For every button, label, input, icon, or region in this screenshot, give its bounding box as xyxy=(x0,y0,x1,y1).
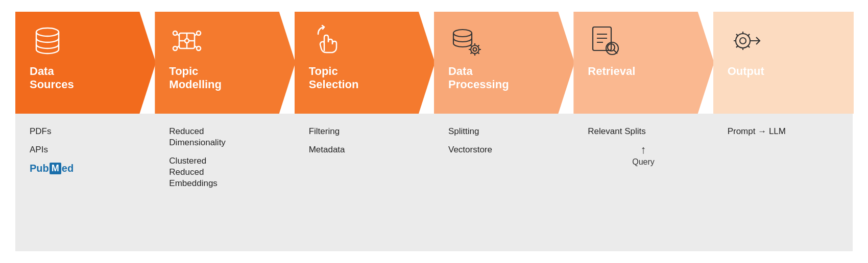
stage-body-retrieval: Relevant Splits ↑ Query xyxy=(573,114,713,251)
gear-arrow-icon xyxy=(728,23,763,59)
stage-body-data-processing: Splitting Vectorstore xyxy=(434,114,573,251)
svg-line-40 xyxy=(748,46,750,48)
stage-body-output: Prompt → LLM xyxy=(713,114,853,251)
stage-header-topic-selection: TopicSelection xyxy=(295,12,435,114)
item-reduced-dimensionality: ReducedDimensionality xyxy=(169,126,280,148)
svg-line-24 xyxy=(478,45,479,47)
stage-title-output: Output xyxy=(728,65,764,78)
stage-title-topic-modelling: TopicModelling xyxy=(169,65,222,92)
database-search-icon xyxy=(588,23,623,59)
item-query: ↑ Query xyxy=(588,144,698,167)
stage-header-topic-modelling: TopicModelling xyxy=(155,12,295,114)
database-icon xyxy=(30,23,65,59)
stage-header-data-processing: DataProcessing xyxy=(434,12,574,114)
item-apis: APIs xyxy=(30,144,140,155)
stage-data-processing: DataProcessing Splitting Vectorstore xyxy=(434,12,573,251)
svg-line-42 xyxy=(736,46,738,48)
touch-icon xyxy=(309,23,345,59)
svg-line-25 xyxy=(470,52,472,54)
svg-point-17 xyxy=(473,48,476,51)
chip-icon xyxy=(169,23,205,59)
item-vectorstore: Vectorstore xyxy=(448,144,559,155)
database-gear-icon xyxy=(448,23,484,59)
stage-title-topic-selection: TopicSelection xyxy=(309,65,359,92)
stage-output: Output Prompt → LLM xyxy=(713,12,853,251)
pipeline: DataSources PDFs APIs PubMed xyxy=(15,12,853,251)
item-pubmed: PubMed xyxy=(30,163,140,174)
item-relevant-splits: Relevant Splits xyxy=(588,126,698,137)
svg-point-4 xyxy=(197,31,201,35)
up-arrow-symbol: ↑ xyxy=(640,144,646,155)
stage-header-retrieval: Retrieval xyxy=(573,12,714,114)
item-splitting: Splitting xyxy=(448,126,559,137)
stage-data-sources: DataSources PDFs APIs PubMed xyxy=(15,12,155,251)
stage-header-data-sources: DataSources xyxy=(15,12,156,114)
stage-title-retrieval: Retrieval xyxy=(588,65,635,78)
svg-point-6 xyxy=(197,46,201,50)
item-metadata: Metadata xyxy=(309,144,420,155)
svg-point-15 xyxy=(453,30,472,37)
stage-title-data-processing: DataProcessing xyxy=(448,65,509,92)
item-pdfs: PDFs xyxy=(30,126,140,137)
svg-point-16 xyxy=(471,45,479,54)
stage-topic-selection: TopicSelection Filtering Metadata xyxy=(295,12,434,251)
pubmed-pub: Pub xyxy=(30,163,49,174)
svg-point-0 xyxy=(36,28,59,36)
pubmed-m: M xyxy=(50,163,61,174)
stage-body-topic-modelling: ReducedDimensionality ClusteredReducedEm… xyxy=(155,114,294,251)
svg-point-2 xyxy=(185,39,189,43)
stage-body-topic-selection: Filtering Metadata xyxy=(295,114,434,251)
pubmed-ed: ed xyxy=(62,163,74,174)
stage-retrieval: Retrieval Relevant Splits ↑ Query xyxy=(573,12,713,251)
svg-line-22 xyxy=(470,45,472,47)
stage-title-data-sources: DataSources xyxy=(30,65,74,92)
svg-point-3 xyxy=(173,31,177,35)
svg-point-5 xyxy=(173,46,177,50)
stage-header-output: Output xyxy=(713,12,854,114)
svg-line-41 xyxy=(748,34,750,36)
svg-point-34 xyxy=(740,38,746,44)
item-prompt-llm: Prompt → LLM xyxy=(728,126,838,137)
stage-topic-modelling: TopicModelling ReducedDimensionality Clu… xyxy=(155,12,294,251)
query-label: Query xyxy=(632,157,655,167)
svg-line-23 xyxy=(478,52,479,54)
stage-body-data-sources: PDFs APIs PubMed xyxy=(15,114,155,251)
item-filtering: Filtering xyxy=(309,126,420,137)
svg-line-39 xyxy=(736,34,738,36)
item-clustered-reduced-embeddings: ClusteredReducedEmbeddings xyxy=(169,155,280,189)
